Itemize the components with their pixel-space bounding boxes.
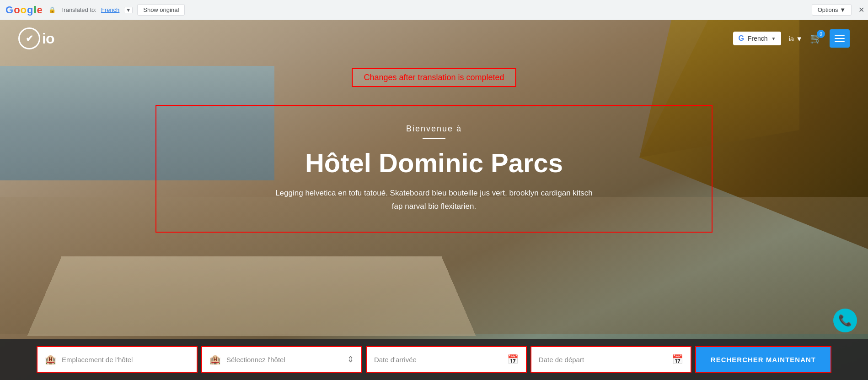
language-link[interactable]: French: [101, 6, 119, 13]
options-button[interactable]: Options ▼: [812, 4, 852, 16]
logo-check-circle: ✔: [18, 27, 40, 49]
phone-fab-button[interactable]: 📞: [833, 309, 857, 332]
hotel-select-field[interactable]: 🏨 Sélectionnez l'hôtel ⇕: [201, 346, 362, 373]
location-field[interactable]: 🏨 Emplacement de l'hôtel: [37, 346, 198, 373]
google-g-icon: G: [739, 34, 744, 43]
nav-language-label: French: [748, 35, 768, 42]
hotel-select-arrows: ⇕: [347, 354, 354, 364]
translated-to-label: Translated to:: [60, 6, 96, 13]
language-dropdown-arrow[interactable]: ▼: [124, 7, 133, 13]
search-now-button[interactable]: RECHERCHER MAINTENANT: [695, 346, 831, 373]
translation-notice-banner: Changes after translation is completed: [352, 68, 516, 87]
nav-right: G French ▼ ia ▼ 🛒 0: [733, 29, 850, 48]
search-bar: 🏨 Emplacement de l'hôtel 🏨 Sélectionnez …: [0, 339, 868, 380]
nav-user-dropdown[interactable]: ia ▼: [788, 35, 803, 43]
nav-username: ia: [788, 35, 794, 43]
cart-badge: 0: [817, 30, 825, 38]
translate-bar: Google 🔒 Translated to: French ▼ Show or…: [0, 0, 868, 20]
hero-title: Hôtel Dominic Parcs: [184, 148, 684, 178]
show-original-button[interactable]: Show original: [137, 4, 185, 16]
lock-icon: 🔒: [48, 6, 56, 13]
location-placeholder-text: Emplacement de l'hôtel: [62, 356, 133, 364]
hero-welcome-text: Bienvenue à: [184, 124, 684, 134]
hero-divider: [423, 138, 445, 139]
logo-check-mark: ✔: [26, 33, 33, 44]
site-logo: ✔ io: [18, 27, 54, 49]
checkin-calendar-icon: 📅: [507, 354, 519, 365]
checkin-placeholder-text: Date d'arrivée: [374, 356, 417, 364]
google-logo: Google: [5, 4, 42, 16]
terrace-floor-decoration: [27, 256, 476, 336]
nav-language-dropdown-arrow[interactable]: ▼: [772, 36, 776, 41]
checkout-date-field[interactable]: Date de départ 📅: [530, 346, 691, 373]
hotel-icon: 🏨: [209, 354, 221, 365]
location-icon: 🏨: [45, 354, 56, 365]
site-wrapper: ✔ io G French ▼ ia ▼ 🛒 0: [0, 20, 868, 380]
checkout-placeholder-text: Date de départ: [539, 356, 584, 364]
hotel-select-left: 🏨 Sélectionnez l'hôtel: [209, 354, 285, 365]
nav-user-arrow: ▼: [796, 35, 803, 43]
hamburger-menu-button[interactable]: [830, 29, 850, 48]
hero-description: Legging helvetica en tofu tatoué. Skateb…: [274, 187, 594, 213]
logo-text: io: [42, 30, 54, 47]
navbar: ✔ io G French ▼ ia ▼ 🛒 0: [0, 20, 868, 57]
close-translate-bar-button[interactable]: ✕: [858, 5, 864, 14]
translation-notice-text: Changes after translation is completed: [364, 73, 504, 82]
hamburger-line-3: [835, 41, 845, 42]
google-translate-nav-widget[interactable]: G French ▼: [733, 32, 782, 45]
hero-content-box: Bienvenue à Hôtel Dominic Parcs Legging …: [155, 105, 713, 233]
cart-button[interactable]: 🛒 0: [810, 33, 822, 44]
phone-icon: 📞: [838, 314, 852, 327]
checkin-date-field[interactable]: Date d'arrivée 📅: [366, 346, 527, 373]
hotel-placeholder-text: Sélectionnez l'hôtel: [226, 356, 285, 364]
hamburger-line-2: [835, 38, 845, 39]
hamburger-line-1: [835, 35, 845, 36]
checkout-calendar-icon: 📅: [672, 354, 683, 365]
